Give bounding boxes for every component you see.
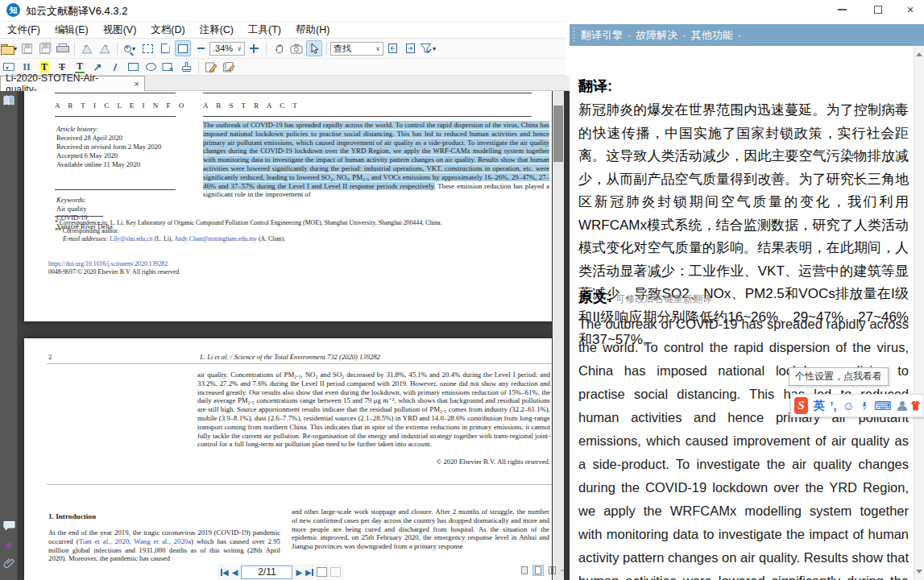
- citation-link[interactable]: Tian et al., 2020: [79, 537, 129, 545]
- zoom-in-button[interactable]: [246, 40, 262, 56]
- close-button[interactable]: ×: [897, 0, 924, 19]
- issn-line: 0048-9697/© 2020 Elsevier B.V. All right…: [48, 268, 180, 276]
- troubleshoot-menu[interactable]: 故障解决: [636, 28, 677, 43]
- fit-page-button[interactable]: [157, 40, 173, 56]
- skin-theme-icon[interactable]: [911, 401, 920, 411]
- email-link[interactable]: Andy.Chan@nottingham.edu.my: [174, 235, 257, 242]
- rotate-left-button[interactable]: [79, 40, 95, 56]
- document-tab-bar: Li-2020-STOTEN-Air-quality-... ×: [0, 76, 570, 91]
- last-page-button[interactable]: ▶: [305, 568, 313, 577]
- ime-punctuation-toggle[interactable]: ’,: [831, 400, 837, 412]
- attachments-panel-button[interactable]: [2, 555, 16, 570]
- document-tab[interactable]: Li-2020-STOTEN-Air-quality-... ×: [0, 76, 145, 91]
- original-text[interactable]: The outbreak of COVID-19 has spreaded ra…: [578, 313, 909, 580]
- menu-annotate[interactable]: 注释(C): [193, 23, 241, 37]
- ellipse-tool-button[interactable]: [143, 59, 159, 75]
- first-page-button[interactable]: ◀: [221, 568, 229, 577]
- keyboard-icon[interactable]: ⌨: [874, 399, 892, 413]
- panel-scrollbar[interactable]: [914, 46, 924, 580]
- maximize-button[interactable]: [864, 0, 892, 19]
- pdf-page-1[interactable]: A R T I C L E I N F O A B S T R A C T Ar…: [24, 91, 552, 321]
- print-button[interactable]: [54, 40, 70, 56]
- ime-language-toggle[interactable]: 英: [814, 399, 825, 413]
- strikeout-icon: T: [57, 61, 67, 72]
- menu-file[interactable]: 文件(F): [0, 23, 48, 37]
- previous-view-button[interactable]: [317, 567, 327, 577]
- menu-help[interactable]: 帮助(H): [288, 23, 337, 37]
- menu-bar: 文件(F) 编辑(E) 视图(V) 文档(D) 注释(C) 工具(T) 帮助(H…: [0, 21, 566, 38]
- scroll-up-icon[interactable]: [916, 49, 922, 56]
- other-functions-menu[interactable]: 其他功能: [691, 28, 733, 43]
- fit-width-button[interactable]: [175, 40, 191, 56]
- pdf-scrollbar[interactable]: [553, 91, 564, 580]
- toolbar-separator: [326, 42, 327, 55]
- menu-tools[interactable]: 工具(T): [241, 23, 288, 37]
- citation-link[interactable]: Wang et al., 2020a: [134, 537, 191, 545]
- rule: [203, 116, 532, 117]
- doc-next-icon: [405, 43, 416, 54]
- microphone-icon[interactable]: [860, 400, 868, 412]
- select-tool-button[interactable]: [306, 40, 322, 56]
- facing-pages-button[interactable]: [546, 565, 557, 576]
- minimize-button[interactable]: [828, 0, 856, 19]
- bookmarks-panel-button[interactable]: [2, 93, 16, 108]
- menu-edit[interactable]: 编辑(E): [48, 23, 96, 37]
- zoom-tool-button[interactable]: ▾: [122, 40, 138, 56]
- zoom-level-combo[interactable]: .34%∨: [209, 42, 245, 56]
- comments-panel-button[interactable]: [2, 518, 16, 532]
- email-line: E-mail addresses: Lily@shu.edu.cn (L. Li…: [63, 235, 546, 243]
- translation-engine-menu[interactable]: 翻译引擎: [581, 28, 623, 43]
- rotate-right-button[interactable]: [97, 40, 113, 56]
- page-indicator-input[interactable]: 2/11: [241, 566, 292, 579]
- scroll-down-icon[interactable]: [916, 570, 922, 577]
- underline-icon: T: [75, 60, 85, 73]
- edit-annotation-button[interactable]: [203, 59, 219, 75]
- sogou-logo-icon[interactable]: S: [794, 397, 808, 414]
- stamp-tool-button[interactable]: [178, 59, 194, 75]
- marquee-zoom-icon: [143, 44, 153, 53]
- previous-page-button[interactable]: ◀: [232, 568, 238, 577]
- menu-view[interactable]: 视图(V): [96, 23, 144, 37]
- navigation-pane: ◈: [0, 91, 18, 580]
- zoom-out-button[interactable]: [193, 40, 209, 56]
- hand-tool-button[interactable]: [271, 40, 287, 56]
- snapshot-button[interactable]: [288, 40, 305, 56]
- continuous-page-button[interactable]: [532, 565, 544, 576]
- single-page-button[interactable]: [519, 565, 530, 576]
- doi-link[interactable]: https://doi.org/10.1016/j.scitotenv.2020…: [48, 260, 168, 268]
- doc-prev-icon: [387, 43, 398, 54]
- edit-multiple-icon: [222, 61, 236, 73]
- abstract-heading: A B S T R A C T: [203, 102, 300, 110]
- voice-input-person-icon[interactable]: [897, 401, 905, 411]
- menu-document[interactable]: 文档(D): [143, 23, 192, 37]
- find-previous-button[interactable]: [384, 40, 400, 56]
- abstract-text[interactable]: The outbreak of COVID-19 has spreaded ra…: [203, 121, 549, 199]
- selected-text[interactable]: The outbreak of COVID-19 has spreaded ra…: [203, 121, 549, 190]
- rule: [47, 484, 552, 485]
- find-combo[interactable]: 查找∨: [330, 42, 383, 56]
- tab-close-icon[interactable]: ×: [135, 79, 139, 89]
- save-as-button[interactable]: [36, 40, 52, 56]
- email-link[interactable]: Lily@shu.edu.cn: [110, 235, 153, 242]
- pdf-scrollbar-thumb[interactable]: [553, 106, 563, 162]
- marquee-zoom-button[interactable]: [139, 40, 155, 56]
- manage-annotations-button[interactable]: [221, 59, 237, 75]
- panel-gripper[interactable]: [573, 27, 575, 43]
- rule: [55, 116, 176, 117]
- rectangle-icon: [128, 63, 139, 71]
- maximize-icon: [874, 6, 882, 14]
- filter-button[interactable]: ▾: [420, 40, 436, 56]
- fields-panel-button[interactable]: ◈: [2, 536, 16, 551]
- panel-divider[interactable]: [564, 91, 570, 580]
- translation-panel-header: 翻译引擎 · 故障解决 · 其他功能 ·: [570, 24, 924, 46]
- next-view-button[interactable]: [330, 567, 341, 577]
- open-file-button[interactable]: ▾: [1, 40, 17, 56]
- media-tool-button[interactable]: [160, 59, 176, 75]
- save-button[interactable]: [19, 40, 35, 56]
- diamond-icon: ◈: [5, 538, 13, 550]
- next-page-button[interactable]: ▶: [296, 568, 302, 577]
- emoji-icon[interactable]: ☺: [842, 399, 854, 412]
- main-toolbar: ▾ ▾ .34%∨ 查找∨ ▾: [0, 38, 566, 58]
- find-next-button[interactable]: [402, 40, 418, 56]
- pdf-page-2[interactable]: 2 L. Li et al. / Science of the Total En…: [24, 338, 552, 580]
